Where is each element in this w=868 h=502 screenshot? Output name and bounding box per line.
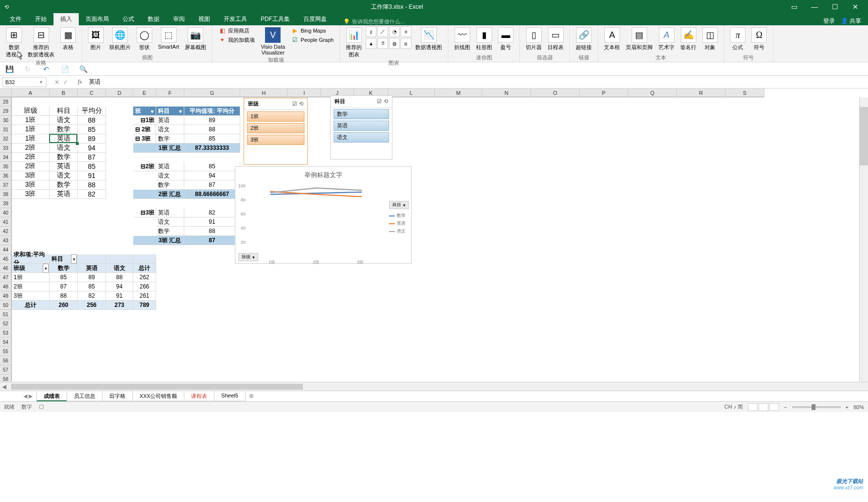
row-header-52[interactable]: 52 — [0, 319, 12, 328]
shapes-button[interactable]: ◯形状 — [135, 26, 154, 52]
cell-E38-F38[interactable]: 2班 汇总 — [133, 190, 184, 199]
chart-map[interactable]: ◍ — [389, 38, 400, 49]
col-header-B[interactable]: B — [50, 89, 78, 97]
zoom-level[interactable]: 80% — [853, 404, 864, 410]
col-header-N[interactable]: N — [482, 89, 531, 97]
cell-B30[interactable]: 语文 — [50, 116, 78, 125]
col-header-I[interactable]: I — [288, 89, 321, 97]
table-button[interactable]: ▦表格 — [58, 26, 78, 52]
cell-E50[interactable]: 789 — [133, 301, 156, 310]
col-header-O[interactable]: O — [531, 89, 580, 97]
autosave-icon[interactable]: ⟲ — [3, 3, 10, 10]
row-header-48[interactable]: 48 — [0, 282, 12, 291]
maximize-button[interactable]: ☐ — [825, 0, 845, 13]
axis-field-dropdown[interactable]: 班级 ▾ — [238, 253, 258, 261]
row-header-46[interactable]: 46 — [0, 264, 12, 273]
slicer-item-2班[interactable]: 2班 — [247, 123, 304, 133]
my-addins-button[interactable]: ✦我的加载项 — [216, 36, 257, 44]
cell-A37[interactable]: 3班 — [12, 180, 50, 190]
smartart-button[interactable]: ⬚SmartArt — [156, 26, 181, 51]
select-all-corner[interactable] — [0, 89, 12, 97]
redo-icon[interactable]: ↻ — [23, 65, 32, 73]
cell-G35[interactable]: 85 — [184, 162, 240, 171]
menu-tab-PDF工具集[interactable]: PDF工具集 — [254, 13, 297, 25]
cell-E47[interactable]: 262 — [133, 273, 156, 282]
menu-tab-百度网盘[interactable]: 百度网盘 — [297, 13, 334, 25]
pictures-button[interactable]: 🖼图片 — [86, 26, 106, 52]
slicer-button[interactable]: ▯切片器 — [524, 26, 544, 52]
row-header-34[interactable]: 34 — [0, 153, 12, 162]
pivot-dropdown-F[interactable]: ▾ — [177, 107, 183, 116]
row-header-57[interactable]: 57 — [0, 365, 12, 375]
cell-G38[interactable]: 88.66666667 — [184, 190, 240, 199]
sheet-nav[interactable]: ◀ ▶ — [19, 391, 36, 401]
cell-E31[interactable]: ⊟ 2班 — [133, 125, 156, 134]
online-pictures-button[interactable]: 🌐联机图片 — [107, 26, 133, 52]
row-header-40[interactable]: 40 — [0, 208, 12, 217]
cell-A29[interactable]: 班级 — [12, 107, 50, 116]
sheet-tab-Sheet5[interactable]: Sheet5 — [214, 391, 246, 401]
row-header-31[interactable]: 31 — [0, 125, 12, 134]
row-header-42[interactable]: 42 — [0, 227, 12, 236]
app-store-button[interactable]: ◧应用商店 — [216, 26, 257, 35]
cell-C30[interactable]: 88 — [78, 116, 106, 125]
people-graph-button[interactable]: ☑People Graph — [289, 36, 336, 44]
cell-B38[interactable]: 英语 — [50, 190, 78, 199]
cell-F42[interactable]: 数学 — [156, 227, 184, 236]
cell-F40[interactable]: 英语 — [156, 208, 184, 217]
save-icon[interactable]: 💾 — [5, 65, 14, 73]
cell-E45[interactable] — [133, 254, 156, 264]
chart-bar[interactable]: ≡ — [401, 26, 411, 37]
cell-A35[interactable]: 2班 — [12, 162, 50, 171]
symbol-button[interactable]: Ω符号 — [749, 26, 769, 52]
cell-C46[interactable]: 英语 — [78, 264, 106, 273]
page-break-view-button[interactable] — [769, 403, 779, 411]
cell-D45[interactable] — [106, 254, 133, 264]
formula-input[interactable]: 英语 — [86, 78, 868, 86]
col-header-F[interactable]: F — [156, 89, 184, 97]
row-header-43[interactable]: 43 — [0, 236, 12, 245]
textbox-button[interactable]: A文本框 — [602, 26, 622, 52]
cell-E48[interactable]: 266 — [133, 282, 156, 291]
cell-G41[interactable]: 91 — [184, 217, 240, 227]
cell-B49[interactable]: 88 — [50, 291, 78, 301]
cell-C29[interactable]: 平均分 — [78, 107, 106, 116]
cell-G30[interactable]: 89 — [184, 116, 240, 125]
cell-A45[interactable]: 求和项:平均分 — [12, 254, 50, 264]
cell-C33[interactable]: 94 — [78, 143, 106, 153]
close-button[interactable]: ✕ — [846, 0, 865, 13]
row-header-28[interactable]: 28 — [0, 97, 12, 107]
menu-tab-数据[interactable]: 数据 — [141, 13, 166, 25]
cell-E43-F43[interactable]: 3班 汇总 — [133, 236, 184, 245]
screenshot-button[interactable]: 📷屏幕截图 — [183, 26, 208, 52]
visio-button[interactable]: VVisio Data Visualizer — [259, 26, 287, 56]
chart-pie[interactable]: ◔ — [389, 26, 400, 37]
vertical-scrollbar[interactable] — [859, 97, 868, 382]
cell-C36[interactable]: 91 — [78, 171, 106, 180]
fx-icon[interactable]: fx — [78, 78, 82, 86]
cell-B47[interactable]: 85 — [50, 273, 78, 282]
cell-C38[interactable]: 82 — [78, 190, 106, 199]
cell-C45[interactable] — [78, 254, 106, 264]
sparkline-winloss-button[interactable]: ▬盈亏 — [496, 26, 515, 52]
cell-B46[interactable]: 数学 — [50, 264, 78, 273]
sheet-tab-课程表[interactable]: 课程表 — [184, 391, 214, 401]
col-header-C[interactable]: C — [78, 89, 106, 97]
cell-A48[interactable]: 2班 — [12, 282, 50, 291]
menu-tab-插入[interactable]: 插入 — [53, 13, 79, 25]
cell-B48[interactable]: 87 — [50, 282, 78, 291]
zoom-slider[interactable] — [792, 406, 841, 408]
cell-A32[interactable]: 1班 — [12, 134, 50, 143]
cell-F32[interactable]: 数学 — [156, 134, 184, 143]
cell-C47[interactable]: 89 — [78, 273, 106, 282]
pivot-chart[interactable]: 举例标题文字 100806040200 1班2班3班 科目 ▾ 数学英语语文 班… — [235, 166, 412, 264]
cell-C31[interactable]: 85 — [78, 125, 106, 134]
cell-B34[interactable]: 数学 — [50, 153, 78, 162]
cell-B33[interactable]: 语文 — [50, 143, 78, 153]
cell-A33[interactable]: 2班 — [12, 143, 50, 153]
row-header-29[interactable]: 29 — [0, 107, 12, 116]
cell-E33-F33[interactable]: 1班 汇总 — [133, 143, 184, 153]
cell-D50[interactable]: 273 — [106, 301, 133, 310]
pivot-chart-button[interactable]: 📉数据透视图 — [413, 26, 444, 52]
cell-G37[interactable]: 87 — [184, 180, 240, 190]
